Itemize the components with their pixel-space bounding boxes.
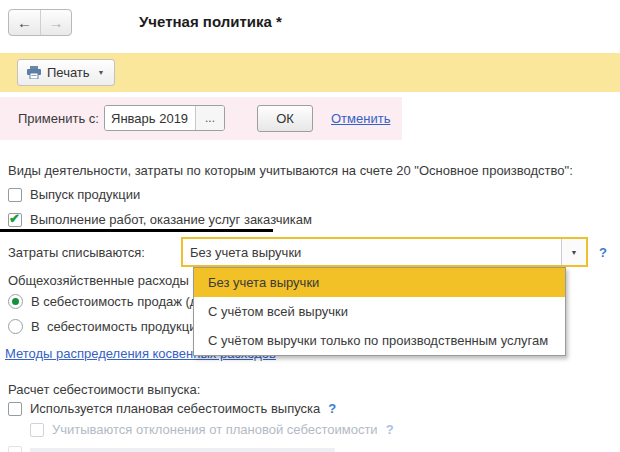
costs-dropdown-panel: Без учета выручки С учётом всей выручки … — [193, 267, 566, 356]
checkbox-row-planned-cost[interactable]: Используется плановая себестоимость выпу… — [8, 401, 336, 416]
print-button-label: Печать — [47, 65, 90, 80]
printer-icon — [27, 66, 41, 79]
print-button[interactable]: Печать ▼ — [17, 59, 115, 86]
combobox-dropdown-button[interactable]: ▼ — [561, 239, 586, 265]
accounting-policy-window: ← → Учетная политика * Печать ▼ Применит… — [0, 0, 620, 452]
cancel-link[interactable]: Отменить — [331, 111, 390, 126]
apply-from-label: Применить с: — [18, 111, 99, 126]
radio-direct-costing[interactable] — [8, 294, 23, 309]
cost-calc-heading: Расчет себестоимости выпуска: — [8, 382, 200, 397]
page-title: Учетная политика * — [139, 13, 282, 30]
dropdown-option-all-revenue[interactable]: С учётом всей выручки — [194, 297, 565, 326]
back-arrow-icon: ← — [17, 14, 32, 31]
checkbox-services[interactable]: ✔ — [8, 213, 22, 227]
checkbox-deviations — [30, 423, 44, 437]
checkbox-row-deviations: Учитываются отклонения от плановой себес… — [30, 422, 394, 437]
costs-writeoff-combobox[interactable]: Без учета выручки ▼ — [181, 237, 588, 267]
period-picker-button[interactable]: ... — [195, 106, 224, 130]
checkbox-planned-cost-label: Используется плановая себестоимость выпу… — [30, 401, 320, 416]
combobox-value: Без учета выручки — [183, 239, 561, 265]
period-field-group: ... — [104, 105, 225, 131]
caret-down-icon: ▼ — [98, 69, 105, 76]
costs-writeoff-label: Затраты списываются: — [8, 245, 145, 260]
marker-underline-annotation — [0, 229, 273, 232]
dropdown-option-production-services-revenue[interactable]: С учётом выручки только по производствен… — [194, 326, 565, 355]
checkbox-production-output[interactable] — [8, 188, 22, 202]
dropdown-option-no-revenue[interactable]: Без учета выручки — [194, 268, 565, 297]
back-button[interactable]: ← — [9, 10, 40, 35]
planned-cost-help-icon[interactable]: ? — [328, 401, 336, 416]
caret-down-icon: ▼ — [571, 249, 578, 256]
partial-checkbox — [8, 446, 22, 452]
checkbox-row-production-output[interactable]: Выпуск продукции — [8, 187, 140, 202]
period-input[interactable] — [105, 106, 195, 130]
radio-dot-icon — [12, 298, 19, 305]
checkbox-services-label: Выполнение работ, оказание услуг заказчи… — [30, 212, 312, 227]
checkmark-icon: ✔ — [9, 211, 20, 226]
radio-product-cost[interactable] — [8, 319, 23, 334]
forward-button[interactable]: → — [40, 10, 71, 35]
checkbox-planned-cost[interactable] — [8, 402, 22, 416]
forward-arrow-icon: → — [49, 14, 64, 31]
checkbox-production-output-label: Выпуск продукции — [30, 187, 140, 202]
command-toolbar: Печать ▼ — [0, 53, 620, 92]
activities-heading: Виды деятельности, затраты по которым уч… — [8, 163, 573, 178]
costs-help-icon[interactable]: ? — [599, 245, 607, 260]
deviations-help-icon: ? — [386, 422, 394, 437]
apply-period-bar: Применить с: ... ОК Отменить — [0, 97, 402, 140]
checkbox-deviations-label: Учитываются отклонения от плановой себес… — [52, 422, 378, 437]
ok-button[interactable]: ОК — [257, 105, 313, 132]
history-nav-group: ← → — [8, 9, 72, 36]
checkbox-row-services[interactable]: ✔ Выполнение работ, оказание услуг заказ… — [8, 212, 312, 227]
partial-text-shape — [30, 448, 335, 452]
